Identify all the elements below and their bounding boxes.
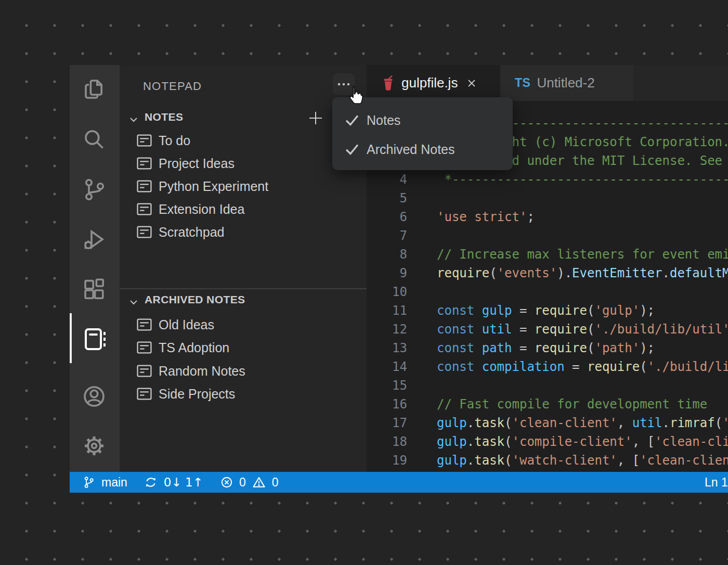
pointer-cursor bbox=[346, 85, 365, 108]
code-text: const compilation = require('./build/lib… bbox=[437, 359, 728, 374]
tab-untitled-2[interactable]: TS Untitled-2 bbox=[500, 65, 633, 101]
note-item-label: TS Adoption bbox=[159, 340, 229, 355]
note-item[interactable]: Project Ideas bbox=[120, 152, 367, 175]
note-item-label: Side Projects bbox=[159, 387, 235, 402]
note-item-label: Project Ideas bbox=[159, 156, 235, 171]
branch-status[interactable]: main bbox=[83, 476, 127, 490]
note-icon bbox=[137, 388, 152, 400]
code-line: 16// Fast compile for development time bbox=[367, 395, 728, 414]
code-line: 4 *-------------------------------------… bbox=[367, 170, 728, 189]
tab-label: Untitled-2 bbox=[537, 75, 594, 91]
line-number: 13 bbox=[367, 339, 407, 357]
code-line: 10 bbox=[367, 282, 728, 301]
active-view-indicator bbox=[70, 313, 72, 363]
note-item[interactable]: Python Experiment bbox=[120, 175, 367, 198]
tab-bar: gulpfile.js TS Untitled-2 bbox=[367, 65, 728, 101]
sidebar-item-search[interactable] bbox=[82, 127, 107, 152]
sidebar-item-notepad[interactable] bbox=[82, 327, 107, 352]
code-line: 12const util = require('./build/lib/util… bbox=[367, 320, 728, 339]
code-line: 8// Increase max listeners for event emi… bbox=[367, 245, 728, 264]
sidebar-item-source-control[interactable] bbox=[82, 177, 107, 202]
line-number: 10 bbox=[367, 282, 407, 301]
note-item[interactable]: Old Ideas bbox=[120, 313, 367, 336]
git-branch-icon bbox=[83, 476, 95, 489]
code-text: 'use strict'; bbox=[437, 210, 535, 224]
code-line: 6'use strict'; bbox=[367, 208, 728, 226]
tab-gulpfile[interactable]: gulpfile.js bbox=[367, 65, 500, 101]
add-note-button[interactable] bbox=[308, 110, 323, 126]
line-number: 4 bbox=[367, 170, 407, 189]
code-text: gulp.task('clean-client', util.rimraf('o… bbox=[437, 416, 728, 430]
sync-icon bbox=[144, 476, 158, 489]
run-debug-icon bbox=[82, 227, 107, 252]
note-icon bbox=[137, 226, 152, 238]
note-icon bbox=[137, 180, 152, 192]
chevron-down-icon bbox=[128, 297, 139, 307]
note-icon bbox=[137, 203, 152, 215]
code-line: 14const compilation = require('./build/l… bbox=[367, 357, 728, 376]
view-options-menu: NotesArchived Notes bbox=[332, 97, 513, 170]
close-icon bbox=[466, 78, 477, 89]
code-line: 18gulp.task('compile-client', ['clean-cl… bbox=[367, 432, 728, 451]
section-label: ARCHIVED NOTES bbox=[145, 293, 245, 306]
tab-label: gulpfile.js bbox=[401, 75, 458, 91]
note-item[interactable]: TS Adoption bbox=[120, 336, 367, 359]
code-text: gulp.task('compile-client', ['clean-clie… bbox=[437, 434, 728, 449]
sync-status[interactable]: 0↓ 1↑ bbox=[144, 476, 203, 489]
menu-item-label: Notes bbox=[367, 113, 400, 128]
code-text: // Fast compile for development time bbox=[437, 397, 707, 412]
problems-status[interactable]: 0 0 bbox=[220, 476, 279, 490]
section-label: NOTES bbox=[145, 111, 183, 123]
code-line: 9require('events').EventEmitter.defaultM… bbox=[367, 264, 728, 282]
sync-counts: 0↓ 1↑ bbox=[164, 476, 203, 489]
section-divider bbox=[120, 288, 367, 289]
check-icon bbox=[345, 114, 359, 126]
close-tab-button[interactable] bbox=[466, 78, 477, 89]
branch-name: main bbox=[101, 476, 127, 490]
sidebar-item-account[interactable] bbox=[82, 384, 107, 409]
menu-item-archived-notes[interactable]: Archived Notes bbox=[332, 135, 513, 164]
search-icon bbox=[82, 127, 107, 152]
sidebar-item-settings[interactable] bbox=[82, 433, 107, 458]
code-line: 15 bbox=[367, 376, 728, 395]
desktop-background: NOTEPAD NOTES To doProject IdeasPython E… bbox=[0, 0, 728, 565]
cursor-position[interactable]: Ln 17 bbox=[705, 472, 728, 493]
line-number: 19 bbox=[367, 451, 407, 470]
note-item-label: Python Experiment bbox=[159, 179, 268, 194]
note-item[interactable]: Scratchpad bbox=[120, 221, 367, 243]
note-icon bbox=[137, 157, 152, 170]
note-item[interactable]: Random Notes bbox=[120, 359, 367, 382]
line-number: 17 bbox=[367, 414, 407, 432]
code-line: 17gulp.task('clean-client', util.rimraf(… bbox=[367, 414, 728, 432]
code-line: 19gulp.task('watch-client', ['clean-clie… bbox=[367, 451, 728, 470]
activity-bar bbox=[70, 65, 120, 472]
note-item[interactable]: Side Projects bbox=[120, 382, 367, 405]
files-icon bbox=[82, 77, 107, 102]
sidebar-item-run-debug[interactable] bbox=[82, 227, 107, 252]
error-count: 0 bbox=[239, 476, 246, 490]
note-item-label: Extension Idea bbox=[159, 202, 244, 217]
note-item[interactable]: To do bbox=[120, 129, 367, 152]
menu-item-notes[interactable]: Notes bbox=[332, 106, 513, 135]
line-number: 5 bbox=[367, 189, 407, 208]
line-number: 6 bbox=[367, 208, 407, 226]
note-icon bbox=[137, 318, 152, 331]
note-icon bbox=[137, 341, 152, 354]
typescript-icon: TS bbox=[515, 76, 530, 90]
line-number: 12 bbox=[367, 320, 407, 339]
extensions-icon bbox=[82, 277, 107, 302]
error-icon bbox=[220, 476, 233, 489]
sidebar-item-explorer[interactable] bbox=[82, 77, 107, 102]
account-icon bbox=[82, 384, 107, 409]
status-bar: main 0↓ 1↑ 0 bbox=[70, 472, 728, 493]
note-item[interactable]: Extension Idea bbox=[120, 198, 367, 221]
code-text: const path = require('path'); bbox=[437, 341, 655, 355]
line-number: 15 bbox=[367, 376, 407, 395]
note-icon bbox=[137, 134, 152, 147]
note-item-label: Scratchpad bbox=[159, 225, 224, 240]
chevron-down-icon bbox=[128, 114, 139, 125]
code-text: require('events').EventEmitter.defaultMa… bbox=[437, 266, 728, 280]
line-number: 7 bbox=[367, 226, 407, 245]
sidebar-item-extensions[interactable] bbox=[82, 277, 107, 302]
notepad-icon bbox=[82, 327, 107, 352]
